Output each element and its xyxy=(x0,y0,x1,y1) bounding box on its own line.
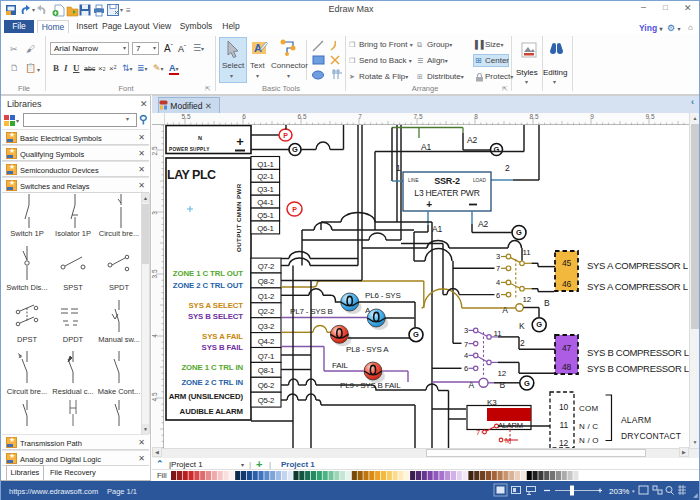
svg-text:P: P xyxy=(283,132,288,139)
svg-text:2: 2 xyxy=(505,163,510,173)
svg-text:▾: ▾ xyxy=(120,7,123,13)
svg-text:N: N xyxy=(198,135,202,141)
svg-text:SYS B FAIL: SYS B FAIL xyxy=(202,343,244,352)
svg-text:A: A xyxy=(469,380,475,390)
svg-text:PL8 - SYS A: PL8 - SYS A xyxy=(346,345,389,354)
svg-text:B: B xyxy=(500,380,506,390)
svg-text:4: 4 xyxy=(496,278,500,287)
svg-text:G: G xyxy=(536,320,542,329)
svg-text:G: G xyxy=(524,379,530,388)
svg-text:SYS A COMPRESSOR L: SYS A COMPRESSOR L xyxy=(587,260,688,271)
svg-text:SYS B COMPRESSOR L: SYS B COMPRESSOR L xyxy=(587,363,689,374)
svg-text:PL6 - SYS: PL6 - SYS xyxy=(365,291,401,300)
svg-text:7: 7 xyxy=(464,340,468,349)
svg-text:POWER SUPPLY: POWER SUPPLY xyxy=(169,147,210,152)
svg-text:+: + xyxy=(236,134,244,149)
svg-text:ALARM: ALARM xyxy=(621,415,651,425)
svg-text:203%: 203% xyxy=(609,487,629,496)
svg-text:OUTPUT CMMN PWR: OUTPUT CMMN PWR xyxy=(235,183,242,252)
svg-text:A: A xyxy=(502,305,508,315)
svg-text:ZONE 1 C TRL OUT: ZONE 1 C TRL OUT xyxy=(173,269,244,278)
svg-text:11: 11 xyxy=(494,329,503,338)
svg-text:Q8-1: Q8-1 xyxy=(258,366,275,375)
svg-text:G: G xyxy=(292,145,298,154)
svg-text:SYS B SELECT: SYS B SELECT xyxy=(188,312,243,321)
svg-text:48: 48 xyxy=(562,362,572,372)
svg-text:Q4-2: Q4-2 xyxy=(258,337,275,346)
svg-text:47: 47 xyxy=(562,343,572,353)
svg-text:G: G xyxy=(413,330,419,339)
svg-text:Q6-2: Q6-2 xyxy=(258,381,275,390)
svg-text:6: 6 xyxy=(496,291,500,300)
svg-text:LAY PLC: LAY PLC xyxy=(167,168,216,182)
svg-text:G: G xyxy=(494,145,500,154)
svg-text:K: K xyxy=(519,321,525,331)
svg-text:Q4-1: Q4-1 xyxy=(257,198,274,207)
svg-text:12: 12 xyxy=(498,369,507,378)
svg-text:LINE: LINE xyxy=(408,178,419,183)
svg-text:N / O: N / O xyxy=(579,436,599,445)
svg-text:L3 HEATER PWR: L3 HEATER PWR xyxy=(414,188,479,198)
svg-text:Q5-1: Q5-1 xyxy=(257,211,274,220)
svg-text:SSR-2: SSR-2 xyxy=(434,176,460,186)
svg-text:Q6-1: Q6-1 xyxy=(257,224,274,233)
svg-text:3: 3 xyxy=(464,326,468,335)
svg-text:AUDIBLE ALARM: AUDIBLE ALARM xyxy=(180,407,243,416)
svg-text:Q7-1: Q7-1 xyxy=(258,352,275,361)
svg-text:4: 4 xyxy=(464,351,468,360)
svg-text:DRYCONTACT: DRYCONTACT xyxy=(621,431,681,441)
svg-text:▾: ▾ xyxy=(16,118,19,124)
svg-text:ZONE 1 C TRL IN: ZONE 1 C TRL IN xyxy=(181,363,243,372)
svg-text:A1: A1 xyxy=(421,142,431,152)
svg-text:A1: A1 xyxy=(432,224,442,234)
svg-text:Q2-2: Q2-2 xyxy=(258,307,275,316)
svg-text:SYS A SELECT: SYS A SELECT xyxy=(188,301,243,310)
svg-text:A2: A2 xyxy=(478,219,488,229)
svg-text:7: 7 xyxy=(476,428,480,437)
svg-text:Q3-1: Q3-1 xyxy=(257,185,274,194)
svg-text:Q1-1: Q1-1 xyxy=(257,160,274,169)
svg-text:SYS A FAIL: SYS A FAIL xyxy=(202,332,243,341)
svg-text:1: 1 xyxy=(396,163,401,173)
svg-text:LOAD: LOAD xyxy=(473,178,487,183)
svg-text:Q8-2: Q8-2 xyxy=(258,277,275,286)
svg-text:ZONE 2 C TRL OUT: ZONE 2 C TRL OUT xyxy=(173,281,244,290)
svg-text:46: 46 xyxy=(562,279,572,289)
svg-text:45: 45 xyxy=(562,258,572,268)
svg-text:Q2-1: Q2-1 xyxy=(257,172,274,181)
svg-text:12: 12 xyxy=(523,295,532,304)
svg-text:ZONE 2 C TRL IN: ZONE 2 C TRL IN xyxy=(181,378,243,387)
svg-text:Q5-2: Q5-2 xyxy=(258,396,275,405)
svg-text:ARM (UNSILENCED): ARM (UNSILENCED) xyxy=(169,392,244,401)
svg-text:SYS B COMPRESSOR L: SYS B COMPRESSOR L xyxy=(587,347,689,358)
svg-text:11: 11 xyxy=(560,420,569,430)
svg-text:G: G xyxy=(516,228,522,237)
svg-text:Q3-2: Q3-2 xyxy=(258,322,275,331)
svg-text:≡: ≡ xyxy=(126,6,131,15)
svg-text:3: 3 xyxy=(496,252,500,261)
svg-text:A2: A2 xyxy=(467,135,477,145)
svg-text:B: B xyxy=(544,298,550,308)
svg-text:COM: COM xyxy=(579,404,598,413)
svg-text:12: 12 xyxy=(559,438,569,448)
svg-text:Q1-2: Q1-2 xyxy=(258,292,275,301)
svg-text:10: 10 xyxy=(559,402,569,412)
svg-text:Q7-2: Q7-2 xyxy=(258,262,275,271)
svg-text:N / C: N / C xyxy=(579,422,598,431)
svg-text:SYS A COMPRESSOR L: SYS A COMPRESSOR L xyxy=(587,281,688,292)
svg-text:▾: ▾ xyxy=(632,488,635,494)
svg-text:▾: ▾ xyxy=(32,7,35,13)
svg-text:7: 7 xyxy=(496,264,500,273)
svg-text:11: 11 xyxy=(523,248,532,257)
svg-text:6: 6 xyxy=(464,364,468,373)
svg-text:2: 2 xyxy=(520,338,525,348)
svg-text:P: P xyxy=(292,206,297,213)
svg-text:+: + xyxy=(426,199,432,210)
svg-text:FAIL: FAIL xyxy=(332,361,348,370)
